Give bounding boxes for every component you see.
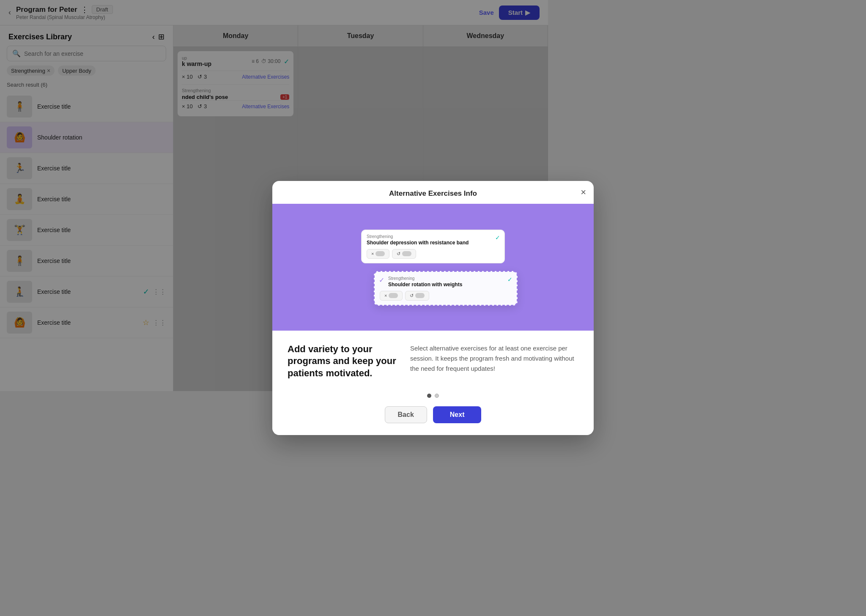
modal-heading: Add variety to your programs and keep yo…	[288, 343, 397, 380]
dropdown-icon-2: ✓	[507, 276, 512, 283]
modal-overlay: × Alternative Exercises Info ✓ Strengthe…	[0, 0, 548, 391]
card1-btn2[interactable]: ↺	[392, 249, 416, 259]
modal-body: Add variety to your programs and keep yo…	[272, 331, 548, 390]
modal-illustration: ✓ Strengthening Shoulder depression with…	[272, 204, 548, 331]
modal-title: Alternative Exercises Info	[272, 181, 548, 198]
card1-category: Strengthening	[367, 234, 499, 239]
modal-container: × Alternative Exercises Info ✓ Strengthe…	[272, 181, 548, 391]
card1-buttons: × ↺	[367, 249, 499, 259]
toggle-2	[402, 251, 411, 256]
card2-category: Strengthening	[380, 276, 512, 281]
card2-title: Shoulder rotation with weights	[380, 282, 512, 287]
dropdown-icon-1: ✓	[495, 234, 500, 241]
card2-buttons: × ↺	[380, 291, 512, 301]
modal-description: Select alternative exercises for at leas…	[410, 343, 548, 380]
card1-title: Shoulder depression with resistance band	[367, 240, 499, 246]
toggle-4	[415, 293, 425, 298]
phone-cards-container: ✓ Strengthening Shoulder depression with…	[361, 230, 505, 305]
card2-btn2[interactable]: ↺	[405, 291, 429, 301]
toggle-3	[389, 293, 398, 298]
toggle-1	[375, 251, 385, 256]
modal-pagination-dots	[272, 389, 548, 391]
check-icon-card2: ✓	[379, 276, 384, 284]
exercise-card-1: ✓ Strengthening Shoulder depression with…	[361, 230, 505, 263]
card2-btn1[interactable]: ×	[380, 291, 403, 301]
exercise-card-2: ✓ ✓ Strengthening Shoulder rotation with…	[374, 271, 518, 306]
card1-btn1[interactable]: ×	[367, 249, 389, 259]
